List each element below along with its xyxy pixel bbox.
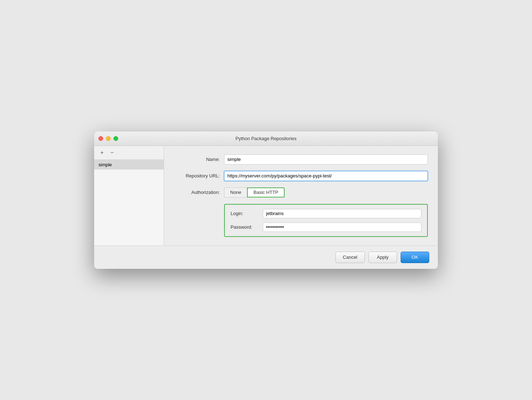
sidebar-toolbar: + − <box>94 146 164 160</box>
auth-none-button[interactable]: None <box>224 187 247 197</box>
auth-row: Authorization: None Basic HTTP <box>174 187 428 197</box>
login-input[interactable] <box>263 209 421 218</box>
auth-label: Authorization: <box>174 190 224 195</box>
password-label: Password: <box>231 224 263 230</box>
login-label: Login: <box>231 211 263 216</box>
titlebar: Python Package Repositories <box>94 132 438 146</box>
remove-repository-button[interactable]: − <box>108 149 116 157</box>
sidebar: + − simple <box>94 146 164 246</box>
name-row: Name: <box>174 154 428 165</box>
name-label: Name: <box>174 157 224 162</box>
window-title: Python Package Repositories <box>236 136 297 141</box>
close-button[interactable] <box>98 136 103 141</box>
minimize-button[interactable] <box>106 136 111 141</box>
maximize-button[interactable] <box>113 136 118 141</box>
apply-button[interactable]: Apply <box>368 252 397 263</box>
auth-buttons: None Basic HTTP <box>224 187 285 197</box>
titlebar-controls <box>98 136 118 141</box>
url-row: Repository URL: <box>174 171 428 181</box>
name-input[interactable] <box>224 154 428 165</box>
main-content: Name: Repository URL: Authorization: Non… <box>164 146 438 246</box>
window-body: + − simple Name: Repository URL: <box>94 146 438 246</box>
footer: Cancel Apply OK <box>94 246 438 269</box>
url-input[interactable] <box>224 171 428 181</box>
auth-basic-button[interactable]: Basic HTTP <box>247 187 285 197</box>
add-repository-button[interactable]: + <box>98 149 106 157</box>
cancel-button[interactable]: Cancel <box>335 252 365 263</box>
credentials-box: Login: Password: <box>224 204 428 237</box>
url-label: Repository URL: <box>174 173 224 178</box>
ok-button[interactable]: OK <box>401 252 429 263</box>
password-input[interactable] <box>263 223 421 232</box>
main-window: Python Package Repositories + − simple N… <box>94 132 438 269</box>
login-row: Login: <box>231 209 421 218</box>
password-row: Password: <box>231 223 421 232</box>
repository-list: simple <box>94 160 164 246</box>
sidebar-item-simple[interactable]: simple <box>94 160 164 170</box>
